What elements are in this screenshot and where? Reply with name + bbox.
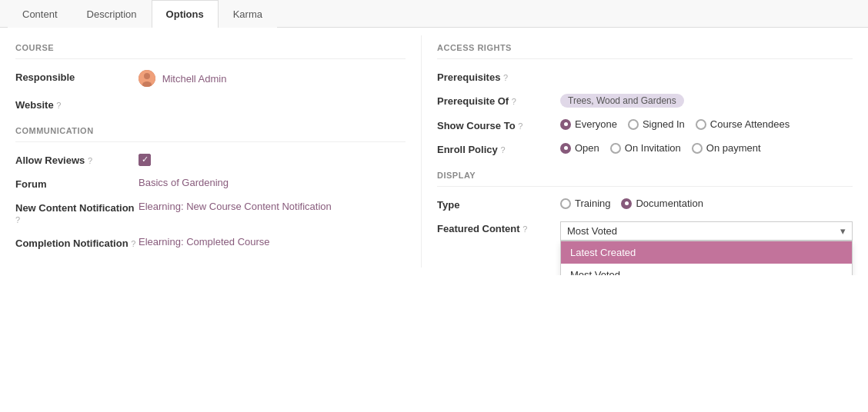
dropdown-item-most-voted[interactable]: Most Voted [561, 264, 852, 275]
communication-section: COMMUNICATION Allow Reviews ? ✓ Forum Ba… [15, 126, 406, 249]
tab-options[interactable]: Options [152, 0, 219, 28]
enroll-policy-row: Enroll Policy ? Open On Invitation [437, 142, 853, 155]
enroll-policy-value: Open On Invitation On payment [560, 142, 853, 154]
completion-help[interactable]: ? [131, 239, 135, 248]
dropdown-item-latest-created[interactable]: Latest Created [561, 241, 852, 264]
responsible-name: Mitchell Admin [162, 73, 227, 85]
prerequisite-of-row: Prerequisite Of ? Trees, Wood and Garden… [437, 94, 853, 108]
display-section: DISPLAY Type Training Documentation [437, 171, 853, 241]
new-content-value: Elearning: New Course Content Notificati… [139, 201, 406, 212]
show-course-to-help[interactable]: ? [518, 121, 522, 131]
tab-bar: Content Description Options Karma [0, 0, 868, 28]
display-section-title: DISPLAY [437, 171, 853, 187]
type-documentation-option[interactable]: Documentation [621, 198, 703, 209]
enroll-policy-help[interactable]: ? [500, 145, 505, 154]
right-panel: ACCESS RIGHTS Prerequisites ? Prerequisi… [422, 35, 868, 267]
type-training-label: Training [575, 198, 610, 209]
enroll-open-option[interactable]: Open [560, 142, 599, 154]
prerequisites-label: Prerequisites ? [437, 70, 560, 83]
allow-reviews-label: Allow Reviews ? [15, 153, 139, 166]
type-training-option[interactable]: Training [560, 198, 610, 209]
enroll-policy-label: Enroll Policy ? [437, 142, 560, 155]
left-panel: COURSE Responsible Mitchell Admin [0, 35, 422, 267]
featured-content-menu: Latest Created Most Voted Most Viewed Se… [560, 241, 853, 275]
enroll-invitation-label: On Invitation [625, 142, 681, 154]
enroll-policy-radio-group: Open On Invitation On payment [560, 142, 853, 154]
forum-value: Basics of Gardening [139, 177, 406, 188]
website-row: Website ? [15, 98, 406, 111]
featured-content-row: Featured Content ? Most Voted ▾ Latest C… [437, 221, 853, 241]
show-everyone-radio[interactable] [560, 119, 571, 130]
new-content-link[interactable]: Elearning: New Course Content Notificati… [139, 201, 332, 212]
show-signed-in-radio[interactable] [628, 119, 639, 130]
prerequisite-of-tag: Trees, Wood and Gardens [560, 94, 684, 108]
responsible-row: Responsible Mitchell Admin [15, 70, 406, 87]
enroll-open-label: Open [575, 142, 599, 154]
prerequisite-of-value: Trees, Wood and Gardens [560, 94, 853, 108]
featured-content-dropdown[interactable]: Most Voted ▾ [560, 221, 853, 241]
svg-point-1 [144, 73, 150, 79]
type-training-radio[interactable] [560, 198, 571, 209]
new-content-help[interactable]: ? [15, 215, 20, 224]
forum-label: Forum [15, 177, 139, 190]
type-label: Type [437, 198, 560, 211]
website-help[interactable]: ? [56, 101, 61, 110]
show-signed-in-option[interactable]: Signed In [628, 118, 685, 130]
type-documentation-label: Documentation [636, 198, 703, 209]
show-course-to-value: Everyone Signed In Course Attendees [560, 118, 853, 130]
prerequisite-of-label: Prerequisite Of ? [437, 94, 560, 107]
enroll-payment-radio[interactable] [692, 143, 703, 154]
completion-link[interactable]: Elearning: Completed Course [139, 236, 270, 248]
featured-content-label: Featured Content ? [437, 221, 560, 234]
type-row: Type Training Documentation [437, 198, 853, 211]
prerequisite-of-help[interactable]: ? [512, 97, 516, 106]
forum-link[interactable]: Basics of Gardening [139, 177, 229, 188]
allow-reviews-checkbox[interactable]: ✓ [139, 154, 151, 166]
show-course-to-row: Show Course To ? Everyone Signed In [437, 118, 853, 131]
show-attendees-option[interactable]: Course Attendees [696, 118, 790, 130]
enroll-payment-option[interactable]: On payment [692, 142, 761, 154]
new-content-label: New Content Notification ? [15, 201, 139, 225]
allow-reviews-value[interactable]: ✓ [139, 153, 406, 166]
show-course-to-label: Show Course To ? [437, 118, 560, 131]
website-label: Website ? [15, 98, 139, 111]
featured-content-help[interactable]: ? [522, 224, 527, 234]
show-everyone-label: Everyone [575, 118, 617, 130]
forum-row: Forum Basics of Gardening [15, 177, 406, 190]
featured-content-selected: Most Voted [567, 225, 617, 237]
completion-label: Completion Notification ? [15, 236, 139, 249]
enroll-invitation-radio[interactable] [610, 143, 621, 154]
type-radio-group: Training Documentation [560, 198, 853, 209]
show-attendees-label: Course Attendees [710, 118, 790, 130]
communication-section-title: COMMUNICATION [15, 126, 406, 142]
tab-description[interactable]: Description [72, 0, 152, 28]
chevron-down-icon: ▾ [840, 225, 846, 237]
enroll-open-radio[interactable] [560, 143, 571, 154]
responsible-label: Responsible [15, 70, 139, 83]
tab-content[interactable]: Content [8, 0, 72, 28]
completion-value: Elearning: Completed Course [139, 236, 406, 248]
access-rights-section-title: ACCESS RIGHTS [437, 43, 853, 59]
featured-content-value: Most Voted ▾ Latest Created Most Voted M… [560, 221, 853, 241]
show-signed-in-label: Signed In [643, 118, 685, 130]
completion-row: Completion Notification ? Elearning: Com… [15, 236, 406, 249]
allow-reviews-help[interactable]: ? [88, 156, 92, 165]
type-value: Training Documentation [560, 198, 853, 209]
show-attendees-radio[interactable] [696, 119, 706, 130]
new-content-row: New Content Notification ? Elearning: Ne… [15, 201, 406, 225]
show-everyone-option[interactable]: Everyone [560, 118, 617, 130]
responsible-value: Mitchell Admin [139, 70, 406, 87]
enroll-payment-label: On payment [706, 142, 761, 154]
type-documentation-radio[interactable] [621, 198, 632, 209]
avatar [139, 70, 155, 87]
course-section-title: COURSE [15, 43, 406, 59]
enroll-invitation-option[interactable]: On Invitation [610, 142, 681, 154]
show-course-to-radio-group: Everyone Signed In Course Attendees [560, 118, 853, 130]
prerequisites-help[interactable]: ? [503, 73, 508, 82]
tab-karma[interactable]: Karma [219, 0, 277, 28]
prerequisites-row: Prerequisites ? [437, 70, 853, 83]
tabs-container: Content Description Options Karma COURSE… [0, 0, 868, 275]
main-content: COURSE Responsible Mitchell Admin [0, 28, 868, 275]
allow-reviews-row: Allow Reviews ? ✓ [15, 153, 406, 166]
